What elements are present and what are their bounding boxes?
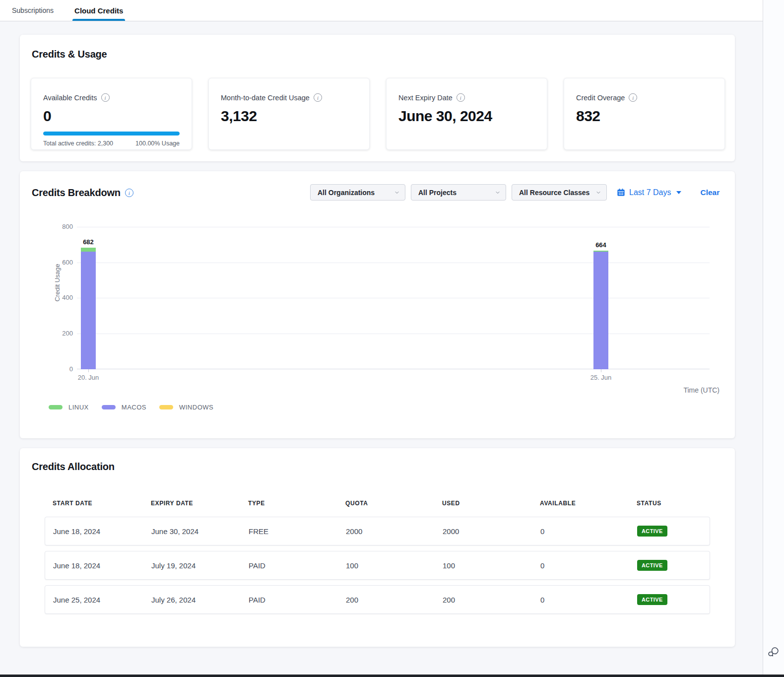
- date-range-value: Last 7 Days: [629, 188, 671, 197]
- bar-segment-macos: [81, 252, 96, 369]
- col-quota: QUOTA: [345, 500, 442, 507]
- next-expiry-value: June 30, 2024: [398, 108, 535, 125]
- status-badge: ACTIVE: [637, 594, 667, 605]
- cell-expiry-date: June 30, 2024: [151, 527, 249, 536]
- metric-card-credit-overage: Credit Overage i 832: [564, 78, 725, 150]
- x-axis-line: [77, 369, 710, 369]
- gridline: [77, 334, 710, 334]
- cell-available: 0: [540, 561, 637, 570]
- status-badge: ACTIVE: [637, 526, 667, 537]
- cell-available: 0: [540, 527, 637, 536]
- tab-subscriptions[interactable]: Subscriptions: [11, 0, 55, 21]
- right-gutter: [763, 0, 784, 677]
- x-tick: [88, 369, 89, 372]
- credits-allocation-title: Credits Allocation: [32, 461, 115, 473]
- y-tick-400: 400: [51, 294, 73, 301]
- credits-breakdown-section: Credits Breakdown i All Organizations Al…: [20, 171, 735, 438]
- col-expiry-date: EXPIRY DATE: [151, 500, 248, 507]
- credits-progress-bar: [43, 132, 180, 135]
- legend-item-linux[interactable]: LINUX: [49, 404, 89, 411]
- legend-label: MACOS: [122, 404, 146, 411]
- credits-usage-section: Credits & Usage Available Credits i 0 To…: [20, 35, 735, 161]
- legend-item-windows[interactable]: WINDOWS: [159, 404, 213, 411]
- gridline: [77, 227, 710, 227]
- resource-classes-select-value: All Resource Classes: [519, 189, 589, 197]
- credit-usage-chart: 682 664 20. Jun 25. Jun: [77, 227, 710, 369]
- table-row[interactable]: June 25, 2024 July 26, 2024 PAID 200 200…: [45, 585, 710, 614]
- credits-allocation-section: Credits Allocation START DATE EXPIRY DAT…: [20, 448, 735, 647]
- chevron-down-icon: [595, 190, 601, 196]
- info-icon[interactable]: i: [314, 93, 322, 102]
- tab-bar: Subscriptions Cloud Credits: [0, 0, 763, 21]
- resource-classes-select[interactable]: All Resource Classes: [512, 184, 607, 201]
- status-badge: ACTIVE: [637, 560, 667, 571]
- info-icon[interactable]: i: [629, 93, 637, 102]
- cell-quota: 2000: [346, 527, 443, 536]
- metric-cards-row: Available Credits i 0 Total active credi…: [31, 78, 725, 150]
- cell-type: FREE: [249, 527, 346, 536]
- clear-filters-button[interactable]: Clear: [700, 188, 719, 197]
- table-row[interactable]: June 18, 2024 July 19, 2024 PAID 100 100…: [45, 551, 710, 580]
- x-tick: [601, 369, 601, 372]
- metric-card-next-expiry: Next Expiry Date i June 30, 2024: [386, 78, 547, 150]
- col-start-date: START DATE: [53, 500, 151, 507]
- bar-value-label: 664: [595, 241, 606, 249]
- legend-label: WINDOWS: [179, 404, 213, 411]
- col-used: USED: [442, 500, 540, 507]
- table-header: START DATE EXPIRY DATE TYPE QUOTA USED A…: [45, 498, 710, 509]
- projects-select[interactable]: All Projects: [411, 184, 506, 201]
- credit-overage-value: 832: [576, 108, 713, 125]
- info-icon[interactable]: i: [125, 189, 133, 197]
- metric-label: Available Credits: [43, 94, 97, 102]
- credits-usage-title: Credits & Usage: [32, 49, 107, 60]
- macos-swatch: [102, 405, 116, 409]
- tab-cloud-credits[interactable]: Cloud Credits: [73, 0, 124, 21]
- metric-card-available-credits: Available Credits i 0 Total active credi…: [31, 78, 192, 150]
- bottom-edge-bar: [0, 675, 784, 677]
- cell-quota: 100: [346, 561, 443, 570]
- cell-used: 200: [443, 596, 540, 604]
- credits-breakdown-title: Credits Breakdown: [32, 187, 121, 199]
- cell-available: 0: [540, 596, 637, 604]
- cell-start-date: June 18, 2024: [53, 527, 151, 536]
- organizations-select-value: All Organizations: [318, 189, 375, 197]
- organizations-select[interactable]: All Organizations: [310, 184, 405, 201]
- bar-20-jun[interactable]: 682: [81, 238, 96, 369]
- cell-type: PAID: [249, 596, 346, 604]
- metric-label: Next Expiry Date: [398, 94, 453, 102]
- caret-down-icon: [676, 191, 681, 194]
- gridline: [77, 263, 710, 263]
- cell-expiry-date: July 26, 2024: [151, 596, 249, 604]
- date-range-picker[interactable]: Last 7 Days: [616, 188, 681, 197]
- info-icon[interactable]: i: [101, 93, 110, 102]
- credits-allocation-table: START DATE EXPIRY DATE TYPE QUOTA USED A…: [45, 498, 710, 619]
- info-icon[interactable]: i: [457, 93, 465, 102]
- cell-start-date: June 18, 2024: [53, 561, 151, 570]
- y-tick-0: 0: [51, 365, 73, 373]
- bar-25-jun[interactable]: 664: [593, 241, 608, 369]
- chart-filters: All Organizations All Projects All Resou…: [310, 184, 719, 201]
- cell-used: 2000: [443, 527, 540, 536]
- chevron-down-icon: [495, 190, 501, 196]
- credits-progress-fill: [43, 132, 180, 135]
- usage-percent: 100.00% Usage: [135, 140, 180, 147]
- x-label-20-jun: 20. Jun: [78, 374, 99, 381]
- legend-label: LINUX: [68, 404, 89, 411]
- table-row[interactable]: June 18, 2024 June 30, 2024 FREE 2000 20…: [45, 517, 710, 545]
- col-status: STATUS: [637, 500, 710, 507]
- cell-type: PAID: [249, 561, 346, 570]
- x-axis-title: Time (UTC): [683, 386, 719, 394]
- windows-swatch: [159, 405, 173, 409]
- chart-legend: LINUX MACOS WINDOWS: [49, 404, 213, 411]
- metric-card-mtd-usage: Month-to-date Credit Usage i 3,132: [208, 78, 370, 150]
- metric-label: Month-to-date Credit Usage: [221, 94, 310, 102]
- chevron-down-icon: [394, 190, 400, 196]
- col-type: TYPE: [248, 500, 345, 507]
- chat-bubbles-icon[interactable]: [767, 645, 780, 658]
- gridline: [77, 298, 710, 298]
- cell-quota: 200: [346, 596, 443, 604]
- cell-used: 100: [443, 561, 540, 570]
- mtd-usage-value: 3,132: [221, 108, 357, 125]
- linux-swatch: [49, 405, 63, 409]
- legend-item-macos[interactable]: MACOS: [102, 404, 146, 411]
